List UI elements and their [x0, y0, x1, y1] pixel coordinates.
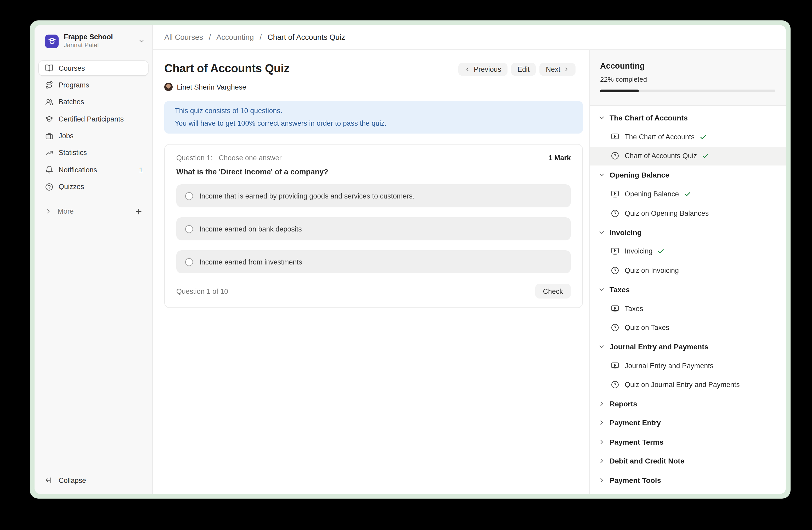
outline-item[interactable]: Quiz on Taxes	[590, 318, 786, 337]
outline-item[interactable]: Payment Terms	[590, 432, 786, 451]
sidebar-item-quizzes[interactable]: Quizzes	[39, 179, 148, 194]
outline-item-label: Chart of Accounts Quiz	[625, 152, 697, 160]
outline-item-label: Journal Entry and Payments	[625, 362, 713, 370]
chevron-right-icon	[45, 208, 52, 215]
outline-item[interactable]: Opening Balance	[590, 185, 786, 204]
outline-item[interactable]: Taxes	[590, 299, 786, 318]
outline-item[interactable]: Journal Entry and Payments	[590, 356, 786, 375]
route-icon	[45, 81, 53, 89]
sidebar-collapse-button[interactable]: Collapse	[39, 473, 148, 488]
check-icon	[701, 152, 709, 160]
edit-button[interactable]: Edit	[511, 63, 536, 76]
next-button[interactable]: Next	[539, 63, 576, 76]
sidebar-item-label: Batches	[59, 98, 84, 106]
outline-item-label: Quiz on Taxes	[625, 324, 669, 332]
main-content: Chart of Accounts Quiz Linet Sherin Varg…	[153, 50, 589, 494]
course-progress-label: 22% completed	[600, 75, 775, 83]
answer-option[interactable]: Income that is earned by providing goods…	[176, 184, 571, 207]
graduation-cap-icon	[45, 115, 53, 123]
question-number-label: Question 1:	[176, 154, 213, 162]
outline-list: The Chart of Accounts The Chart of Accou…	[590, 106, 786, 494]
app-window-frame: Frappe School Jannat Patel Courses Progr	[30, 20, 791, 499]
lesson-video-icon	[611, 190, 620, 199]
brand-user: Jannat Patel	[64, 41, 138, 49]
outline-item[interactable]: The Chart of Accounts	[590, 108, 786, 127]
quiz-notice: This quiz consists of 10 questions. You …	[164, 101, 583, 134]
users-icon	[45, 98, 53, 106]
outline-item-label: Reports	[610, 400, 637, 408]
answer-option[interactable]: Income earned from investments	[176, 250, 571, 274]
outline-item[interactable]: Quiz on Opening Balances	[590, 204, 786, 223]
outline-item[interactable]: Reports	[590, 394, 786, 414]
outline-item[interactable]: Debit and Credit Note	[590, 451, 786, 471]
sidebar-item-programs[interactable]: Programs	[39, 78, 148, 93]
quiz-question-icon	[611, 380, 620, 389]
help-circle-icon	[45, 182, 53, 191]
sidebar-item-label: Certified Participants	[59, 115, 124, 123]
quiz-question-icon	[611, 152, 620, 161]
sidebar-more-row: More	[39, 204, 148, 219]
quiz-nav-buttons: Previous Edit Next	[459, 63, 576, 76]
course-progress-bar	[600, 89, 775, 92]
chevron-left-icon	[465, 67, 470, 72]
breadcrumb-separator: /	[260, 33, 262, 41]
author-avatar	[164, 83, 173, 91]
sidebar-more[interactable]: More	[45, 207, 74, 215]
chevron-down-icon	[598, 343, 605, 350]
quiz-card: Question 1: Choose one answer 1 Mark Wha…	[164, 144, 583, 308]
outline-item[interactable]: The Chart of Accounts	[590, 127, 786, 147]
question-meta: Question 1: Choose one answer 1 Mark	[176, 154, 571, 162]
outline-item[interactable]: Journal Entry and Payments	[590, 337, 786, 356]
sidebar-more-label: More	[58, 207, 74, 215]
outline-item[interactable]: Invoicing	[590, 223, 786, 242]
outline-item-label: Quiz on Journal Entry and Payments	[625, 381, 740, 389]
previous-button[interactable]: Previous	[459, 63, 508, 76]
outline-item[interactable]: Chart of Accounts Quiz	[590, 147, 786, 166]
outline-item[interactable]: Invoicing	[590, 242, 786, 261]
book-open-icon	[45, 64, 53, 72]
answer-option-label: Income earned from investments	[199, 258, 302, 266]
chevron-right-icon	[598, 476, 605, 484]
outline-item[interactable]: Taxes	[590, 280, 786, 299]
lesson-video-icon	[611, 247, 620, 256]
sidebar-item-label: Notifications	[59, 166, 97, 174]
outline-item[interactable]: Quiz on Journal Entry and Payments	[590, 375, 786, 394]
answer-option[interactable]: Income earned on bank deposits	[176, 217, 571, 240]
sidebar-item-jobs[interactable]: Jobs	[39, 128, 148, 143]
workspace-switcher[interactable]: Frappe School Jannat Patel	[34, 25, 152, 56]
chevron-down-icon	[598, 228, 605, 236]
outline-item[interactable]: Payment Entry	[590, 414, 786, 433]
breadcrumb-all-courses[interactable]: All Courses	[164, 33, 203, 41]
question-progress: Question 1 of 10	[176, 287, 228, 295]
breadcrumb-current: Chart of Accounts Quiz	[267, 33, 345, 41]
author-row: Linet Sherin Varghese	[164, 83, 289, 91]
lesson-video-icon	[611, 132, 620, 141]
chevron-down-icon	[598, 171, 605, 179]
outline-item-label: Opening Balance	[610, 171, 669, 179]
author-name: Linet Sherin Varghese	[177, 83, 246, 91]
briefcase-icon	[45, 132, 53, 140]
breadcrumb-accounting[interactable]: Accounting	[216, 33, 254, 41]
outline-item-label: Debit and Credit Note	[610, 457, 684, 465]
sidebar-item-batches[interactable]: Batches	[39, 95, 148, 110]
sidebar-item-statistics[interactable]: Statistics	[39, 145, 148, 160]
sidebar-item-label: Programs	[59, 81, 89, 89]
sidebar-item-courses[interactable]: Courses	[39, 61, 148, 75]
add-icon[interactable]	[134, 207, 143, 215]
progress-fill	[600, 89, 639, 92]
outline-item[interactable]: Opening Balance	[590, 166, 786, 185]
chevron-right-icon	[598, 400, 605, 407]
chevron-down-icon	[138, 38, 145, 44]
sidebar-item-certified-participants[interactable]: Certified Participants	[39, 112, 148, 126]
question-instruction: Choose one answer	[219, 154, 281, 162]
outline-item-label: The Chart of Accounts	[625, 133, 695, 141]
check-button[interactable]: Check	[535, 284, 571, 298]
chevron-right-icon	[598, 438, 605, 446]
outline-item[interactable]: Quiz on Invoicing	[590, 261, 786, 280]
brand-text: Frappe School Jannat Patel	[64, 33, 138, 49]
outline-item[interactable]: Payment Tools	[590, 471, 786, 490]
quiz-question-icon	[611, 209, 620, 218]
sidebar-item-notifications[interactable]: Notifications 1	[39, 163, 148, 177]
outline-item-label: Taxes	[625, 305, 643, 312]
bell-icon	[45, 166, 53, 174]
